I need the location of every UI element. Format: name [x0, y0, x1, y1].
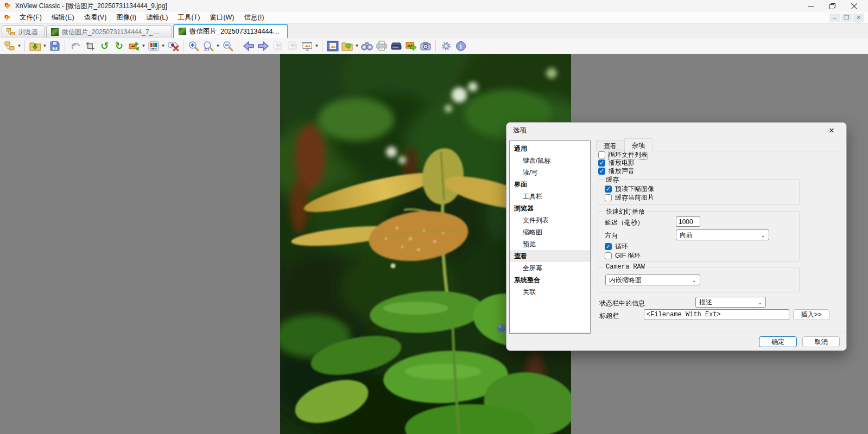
cancel-button[interactable]: 取消 [802, 336, 840, 347]
maximize-button[interactable] [821, 0, 843, 12]
dialog-title: 选项 [513, 126, 527, 135]
checkbox-loop[interactable]: 循环 [605, 242, 628, 251]
category-keyboard-mouse[interactable]: 键盘/鼠标 [510, 155, 590, 167]
menu-image[interactable]: 图像(I) [111, 12, 141, 23]
checkbox-play-sound[interactable]: 播放声音 [598, 167, 635, 175]
toolbar-separator [183, 40, 183, 52]
batch-convert-button[interactable] [403, 39, 418, 53]
menu-view[interactable]: 查看(V) [79, 12, 112, 23]
slideshow-button[interactable] [300, 39, 314, 53]
tab-image-1[interactable]: 微信图片_20250731134444_7_结果.j... [46, 25, 172, 38]
chevron-down-icon[interactable]: ▼ [314, 39, 319, 53]
red-eye-removal-button[interactable] [166, 39, 180, 53]
chevron-down-icon[interactable]: ▼ [42, 39, 47, 53]
direction-label: 方向 [605, 231, 618, 240]
adjust-colors-button[interactable] [146, 39, 161, 53]
ok-button[interactable]: 确定 [759, 336, 797, 347]
print-button[interactable] [374, 39, 389, 53]
toolbar-separator [322, 40, 322, 52]
mdi-close-button[interactable]: ✕ [853, 14, 864, 22]
tab-browser[interactable]: 浏览器 [2, 25, 45, 38]
checkbox-box [605, 194, 612, 201]
save-button[interactable]: ? [47, 39, 62, 53]
tab-misc[interactable]: 杂项 [624, 138, 652, 151]
statusbar-info-label: 状态栏中的信息 [599, 299, 645, 308]
tab-view[interactable]: 查看 [596, 140, 624, 151]
dialog-titlebar: 选项 ✕ [506, 123, 846, 138]
category-general[interactable]: 通用 [510, 143, 590, 155]
dialog-tabstrip: 查看 杂项 [596, 138, 652, 151]
svg-text:?: ? [54, 47, 56, 50]
category-thumbnails[interactable]: 缩略图 [510, 226, 590, 238]
undo-button[interactable] [68, 39, 83, 53]
chevron-down-icon[interactable]: ▼ [354, 39, 359, 53]
rotate-left-button[interactable]: ↺ [97, 39, 112, 53]
window-controls [800, 0, 865, 12]
chevron-down-icon[interactable]: ▼ [161, 39, 166, 53]
minimize-button[interactable] [800, 0, 821, 12]
checkbox-cache-current-image[interactable]: 缓存当前图片 [605, 194, 654, 202]
rotate-right-button[interactable]: ↻ [112, 39, 126, 53]
statusbar-info-dropdown[interactable]: 描述 ⌄ [695, 297, 766, 308]
chevron-down-icon[interactable]: ▼ [141, 39, 146, 53]
category-associations[interactable]: 关联 [510, 286, 590, 298]
checkbox-play-movie[interactable]: 播放电影 [598, 159, 635, 167]
back-button[interactable] [241, 39, 256, 53]
menu-tools[interactable]: 工具(T) [173, 12, 205, 23]
category-toolbar[interactable]: 工具栏 [510, 190, 590, 202]
titlebar-format-input[interactable] [644, 309, 789, 320]
menu-info[interactable]: 信息(I) [239, 12, 269, 23]
zoom-out-button[interactable] [220, 39, 235, 53]
settings-button[interactable] [439, 39, 453, 53]
open-folder-button[interactable] [28, 39, 42, 53]
info-button[interactable]: i [453, 39, 468, 53]
menu-file[interactable]: 文件(F) [15, 12, 47, 23]
convert-button[interactable] [126, 39, 141, 53]
menu-window[interactable]: 窗口(W) [205, 12, 239, 23]
zoom-actual-size-button[interactable]: 1:1 [201, 39, 216, 53]
category-interface[interactable]: 界面 [510, 178, 590, 190]
crop-button[interactable] [83, 39, 97, 53]
category-view-selected[interactable]: 查看 [510, 250, 590, 262]
category-system-integration[interactable]: 系统整合 [510, 274, 590, 286]
menu-filter[interactable]: 滤镜(L) [141, 12, 173, 23]
zoom-in-button[interactable] [186, 39, 201, 53]
chevron-down-icon[interactable]: ▼ [17, 39, 22, 53]
browse-button[interactable] [340, 39, 354, 53]
delay-input[interactable] [676, 216, 700, 227]
checkbox-preload-next-image[interactable]: 预读下幅图像 [605, 185, 654, 193]
cache-groupbox: 缓存 预读下幅图像 缓存当前图片 [598, 179, 800, 205]
tab-image-2-active[interactable]: 微信图片_20250731134444_9.jpg [173, 24, 288, 38]
close-button[interactable] [843, 0, 865, 12]
chevron-down-icon: ⌄ [692, 277, 696, 283]
category-file-list[interactable]: 文件列表 [510, 214, 590, 226]
forward-button[interactable] [256, 39, 270, 53]
scan-button[interactable] [389, 39, 403, 53]
checkbox-loop-file-list[interactable]: 循环文件列表 [598, 151, 648, 159]
category-read-write[interactable]: 读/写 [510, 167, 590, 178]
chevron-down-icon[interactable]: ▼ [216, 39, 220, 53]
category-browser[interactable]: 浏览器 [510, 202, 590, 214]
category-preview[interactable]: 预览 [510, 238, 590, 250]
insert-button[interactable]: 插入>> [793, 309, 829, 320]
menu-edit[interactable]: 编辑(E) [47, 12, 79, 23]
dialog-close-icon[interactable]: ✕ [823, 124, 840, 136]
next-page-button[interactable] [285, 39, 300, 53]
direction-dropdown[interactable]: 向前 ⌄ [676, 229, 769, 240]
screen-capture-button[interactable] [418, 39, 433, 53]
browser-tree-button[interactable] [2, 39, 17, 53]
checkbox-gif-loop[interactable]: GIF 循环 [605, 252, 641, 260]
checkbox-label: 预读下幅图像 [615, 184, 654, 194]
window-title: XnView Classic - [微信图片_20250731134444_9.… [15, 2, 167, 11]
fullscreen-button[interactable] [325, 39, 340, 53]
image-thumbnail-icon [51, 28, 59, 36]
mdi-minimize-button[interactable]: – [829, 14, 840, 22]
category-fullscreen[interactable]: 全屏幕 [510, 262, 590, 274]
camera-raw-dropdown[interactable]: 内嵌缩略图 ⌄ [605, 275, 700, 285]
search-button[interactable] [359, 39, 374, 53]
mdi-restore-button[interactable]: ❐ [841, 14, 852, 22]
checkbox-box [598, 159, 605, 167]
checkbox-box [605, 186, 612, 193]
toolbar-separator [435, 40, 436, 52]
previous-page-button[interactable] [270, 39, 285, 53]
